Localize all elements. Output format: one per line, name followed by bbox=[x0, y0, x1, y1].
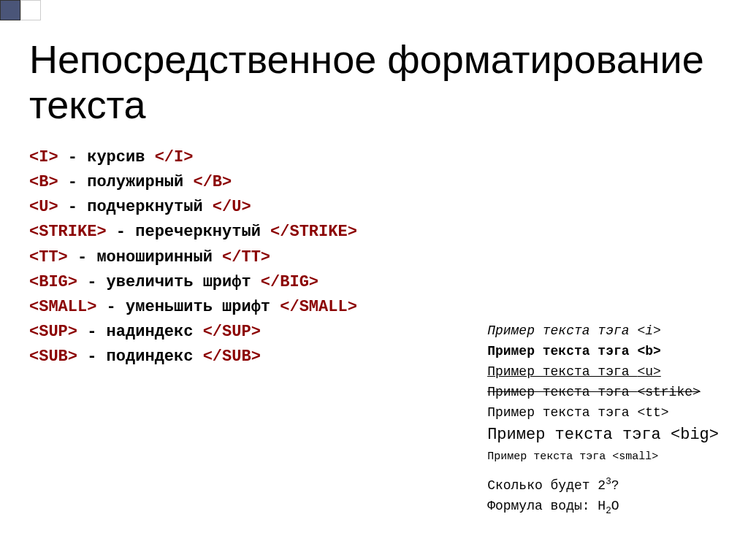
tag-row-big: <BIG> - увеличить шрифт </BIG> bbox=[29, 270, 719, 295]
example-sub: Формула воды: H2O bbox=[487, 496, 719, 518]
slide-title: Непосредственное форматирование текста bbox=[0, 0, 748, 145]
slide-decoration bbox=[0, 0, 41, 20]
tag-row-underline: <U> - подчеркнутый </U> bbox=[29, 195, 719, 220]
example-questions: Сколько будет 23? Формула воды: H2O bbox=[487, 475, 719, 518]
tag-row-strike: <STRIKE> - перечеркнутый </STRIKE> bbox=[29, 220, 719, 245]
example-underline: Пример текста тэга <u> bbox=[487, 362, 719, 383]
decoration-square-filled bbox=[0, 0, 20, 20]
tag-row-bold: <B> - полужирный </B> bbox=[29, 170, 719, 195]
tag-row-italic: <I> - курсив </I> bbox=[29, 145, 719, 170]
example-tt: Пример текста тэга <tt> bbox=[487, 403, 719, 423]
examples-block: Пример текста тэга <i> Пример текста тэг… bbox=[487, 321, 719, 518]
example-bold: Пример текста тэга <b> bbox=[487, 342, 719, 362]
tag-row-small: <SMALL> - уменьшить шрифт </SMALL> bbox=[29, 295, 719, 320]
decoration-square-empty bbox=[20, 0, 41, 20]
tag-row-tt: <TT> - моноширинный </TT> bbox=[29, 245, 719, 270]
example-small: Пример текста тэга <small> bbox=[487, 448, 719, 465]
example-sup: Сколько будет 23? bbox=[487, 475, 719, 496]
example-italic: Пример текста тэга <i> bbox=[487, 321, 719, 342]
example-big: Пример текста тэга <big> bbox=[487, 423, 719, 448]
example-strike: Пример текста тэга <strike> bbox=[487, 383, 719, 403]
